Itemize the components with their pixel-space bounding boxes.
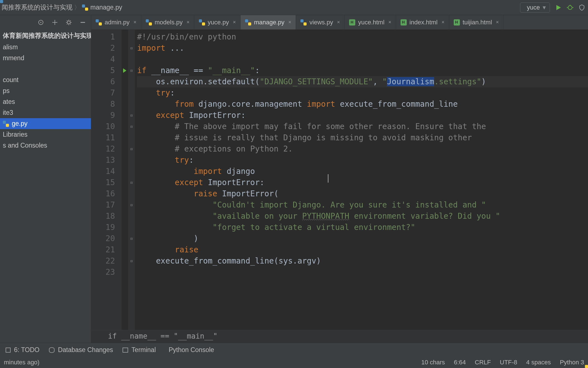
tree-item[interactable]: ge.py <box>0 118 91 129</box>
run-line-marker[interactable] <box>121 267 128 278</box>
tab-yuce-py[interactable]: yuce.py× <box>194 15 241 29</box>
code-line[interactable]: from django.core.management import execu… <box>137 99 588 110</box>
line-number[interactable]: 9 <box>91 110 115 121</box>
breadcrumb-project[interactable]: 闻推荐系统的设计与实现 <box>2 3 72 12</box>
code-line[interactable] <box>137 267 588 278</box>
run-line-marker[interactable] <box>121 222 128 233</box>
line-number[interactable]: 23 <box>91 267 115 278</box>
database-changes-button[interactable]: Database Changes <box>49 346 113 354</box>
code-line[interactable]: ) <box>137 233 588 244</box>
tab-models-py[interactable]: models.py× <box>141 15 194 29</box>
line-number[interactable]: 1 <box>91 31 115 43</box>
tree-item[interactable]: ps <box>0 85 91 96</box>
tree-item[interactable]: s and Consoles <box>0 140 91 151</box>
tab-tuijian-html[interactable]: tuijian.html× <box>449 15 504 29</box>
code-line[interactable] <box>137 54 588 65</box>
terminal-button[interactable]: Terminal <box>123 346 156 354</box>
tree-item[interactable]: count <box>0 74 91 85</box>
breadcrumb[interactable]: 闻推荐系统的设计与实现 〉 manage.py <box>0 3 122 12</box>
line-number[interactable]: 16 <box>91 188 115 199</box>
close-icon[interactable]: × <box>388 19 391 25</box>
run-line-marker[interactable] <box>121 54 128 65</box>
run-line-marker[interactable] <box>121 31 128 43</box>
line-number[interactable]: 12 <box>91 143 115 155</box>
status-caret-pos[interactable]: 6:64 <box>454 359 466 366</box>
tab-admin-py[interactable]: admin.py× <box>91 15 141 29</box>
fold-marker[interactable] <box>128 155 135 166</box>
line-number[interactable]: 13 <box>91 155 115 166</box>
project-tree[interactable]: 体育新闻推荐系统的设计与实现alismmmend countpsatesite3… <box>0 30 91 343</box>
fold-marker[interactable] <box>128 54 135 65</box>
line-number[interactable]: 5 <box>91 65 115 76</box>
fold-marker[interactable]: ⊟ <box>128 255 135 267</box>
code-line[interactable]: execute_from_command_line(sys.argv) <box>137 255 588 267</box>
line-number[interactable]: 8 <box>91 99 115 110</box>
fold-marker[interactable] <box>128 222 135 233</box>
run-line-marker[interactable] <box>121 177 128 188</box>
fold-gutter[interactable]: ⊟⊟⊟⊟⊟⊟⊟⊟⊟ <box>128 30 135 330</box>
fold-marker[interactable] <box>128 76 135 87</box>
tree-item[interactable]: mmend <box>0 53 91 64</box>
code-line[interactable]: "available on your PYTHONPATH environmen… <box>137 211 588 222</box>
code-area[interactable]: 124567891011121314151617181920212223 ⊟⊟⊟… <box>91 30 588 330</box>
run-line-marker[interactable] <box>121 110 128 121</box>
line-number[interactable]: 2 <box>91 43 115 54</box>
close-icon[interactable]: × <box>288 19 291 25</box>
breadcrumb-file[interactable]: manage.py <box>82 4 122 11</box>
tree-item[interactable] <box>0 64 91 74</box>
fold-marker[interactable]: ⊟ <box>128 143 135 155</box>
tree-item[interactable]: ite3 <box>0 107 91 118</box>
code-line[interactable]: raise <box>137 244 588 255</box>
run-line-marker[interactable] <box>121 199 128 211</box>
line-number[interactable]: 6 <box>91 76 115 87</box>
run-button[interactable] <box>555 4 562 11</box>
run-gutter[interactable] <box>121 30 128 330</box>
line-number[interactable]: 17 <box>91 199 115 211</box>
fold-marker[interactable]: ⊟ <box>128 121 135 132</box>
fold-marker[interactable] <box>128 132 135 143</box>
run-line-marker[interactable] <box>121 43 128 54</box>
code-line[interactable]: try: <box>137 87 588 99</box>
fold-marker[interactable] <box>128 166 135 177</box>
tab-index-html[interactable]: index.html× <box>396 15 449 29</box>
code-line[interactable]: if __name__ == "__main__": <box>137 65 588 76</box>
run-line-marker[interactable] <box>121 121 128 132</box>
code-line[interactable]: # The above import may fail for some oth… <box>137 121 588 132</box>
code-line[interactable]: import django <box>137 166 588 177</box>
code-line[interactable]: import ... <box>137 43 588 54</box>
tab-manage-py[interactable]: manage.py× <box>241 15 296 29</box>
settings-button[interactable] <box>66 19 72 25</box>
fold-marker[interactable]: ⊟ <box>128 199 135 211</box>
run-line-marker[interactable] <box>121 166 128 177</box>
fold-marker[interactable]: ⊟ <box>128 43 135 54</box>
code-editor[interactable]: 124567891011121314151617181920212223 ⊟⊟⊟… <box>91 30 588 343</box>
code-content[interactable]: #!/usr/bin/env pythonimport ...if __name… <box>135 30 588 330</box>
python-console-button[interactable]: Python Console <box>165 346 214 354</box>
code-line[interactable]: # issue is really that Django is missing… <box>137 132 588 143</box>
run-line-marker[interactable] <box>121 155 128 166</box>
line-number[interactable]: 21 <box>91 244 115 255</box>
status-line-ending[interactable]: CRLF <box>475 359 491 366</box>
fold-marker[interactable]: ⊟ <box>128 110 135 121</box>
code-line[interactable]: os.environ.setdefault("DJANGO_SETTINGS_M… <box>137 76 588 87</box>
code-line[interactable]: except ImportError: <box>137 177 588 188</box>
close-icon[interactable]: × <box>133 19 137 25</box>
line-number[interactable]: 15 <box>91 177 115 188</box>
fold-marker[interactable] <box>128 244 135 255</box>
status-indent[interactable]: 4 spaces <box>526 359 551 366</box>
run-line-marker[interactable] <box>121 65 128 76</box>
run-config-selector[interactable]: yuce ▾ <box>520 3 550 13</box>
status-interpreter[interactable]: Python 3 <box>560 359 584 366</box>
fold-marker[interactable] <box>128 267 135 278</box>
todo-tool-button[interactable]: 6: TODO <box>6 346 39 354</box>
fold-marker[interactable] <box>128 211 135 222</box>
fold-marker[interactable] <box>128 87 135 99</box>
line-number[interactable]: 22 <box>91 255 115 267</box>
tree-item[interactable]: Libraries <box>0 129 91 140</box>
tree-root[interactable]: 体育新闻推荐系统的设计与实现 <box>0 30 91 42</box>
run-line-marker[interactable] <box>121 143 128 155</box>
run-line-marker[interactable] <box>121 76 128 87</box>
line-number[interactable]: 7 <box>91 87 115 99</box>
line-number[interactable]: 10 <box>91 121 115 132</box>
run-line-marker[interactable] <box>121 233 128 244</box>
